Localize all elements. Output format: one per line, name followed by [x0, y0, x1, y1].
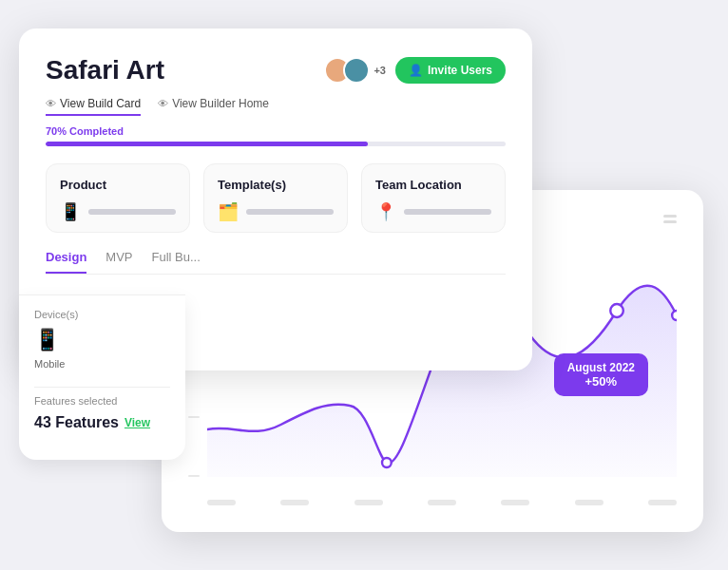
info-card-product-title: Product: [60, 178, 176, 192]
tooltip2-month: August 2022: [567, 361, 635, 374]
dot1: [663, 215, 677, 218]
chart-menu-dots[interactable]: [663, 213, 677, 223]
location-bar: [404, 209, 491, 215]
mobile-device-icon: 📱: [34, 328, 170, 352]
templates-bar: [246, 209, 334, 215]
nav-link1-label: View Build Card: [60, 97, 141, 110]
features-row: 43 Features View: [34, 414, 170, 431]
view-build-card-link[interactable]: 👁 View Build Card: [46, 97, 141, 116]
info-card-templates-row: 🗂️: [218, 201, 334, 222]
info-card-product-row: 📱: [60, 201, 176, 222]
tooltip2-value: +50%: [567, 374, 635, 389]
info-card-team-location: Team Location 📍: [361, 163, 506, 233]
avatar-count: +3: [374, 65, 386, 76]
tab-design[interactable]: Design: [46, 250, 86, 274]
info-card-location-title: Team Location: [375, 178, 491, 192]
avatar-2: [343, 57, 370, 84]
templates-icon: 🗂️: [218, 201, 239, 222]
features-view-link[interactable]: View: [125, 416, 150, 429]
info-cards-row: Product 📱 Template(s) 🗂️ Team Location 📍: [46, 163, 506, 233]
card-header: Safari Art +3 👤 Invite Users: [46, 55, 506, 86]
progress-bar-background: [46, 142, 506, 146]
device-label: Mobile: [34, 358, 65, 370]
progress-label: 70% Completed: [46, 125, 506, 137]
progress-section: 70% Completed: [46, 125, 506, 146]
nav-link2-label: View Builder Home: [172, 97, 269, 110]
view-builder-home-link[interactable]: 👁 View Builder Home: [158, 97, 269, 116]
avatar-group: +3: [324, 57, 386, 84]
invite-icon: 👤: [409, 64, 423, 77]
eye-icon-1: 👁: [46, 98, 56, 109]
features-section-title: Features selected: [34, 395, 170, 407]
progress-bar-fill: [46, 142, 368, 146]
tooltip-august-2022: August 2022 +50%: [554, 353, 648, 396]
features-count: 43 Features: [34, 414, 119, 431]
tabs-row: Design MVP Full Bu...: [46, 250, 506, 275]
devices-section-title: Device(s): [34, 309, 170, 320]
info-card-templates: Template(s) 🗂️: [203, 163, 348, 233]
svg-point-3: [672, 311, 677, 320]
features-section: Features selected 43 Features View: [34, 395, 170, 431]
app-title: Safari Art: [46, 55, 164, 86]
x-axis: [207, 500, 677, 505]
side-panel-divider: [34, 387, 170, 388]
product-icon: 📱: [60, 201, 81, 222]
eye-icon-2: 👁: [158, 98, 168, 109]
svg-point-0: [382, 458, 392, 467]
svg-point-2: [610, 304, 623, 317]
info-card-product: Product 📱: [46, 163, 190, 233]
location-icon: 📍: [375, 201, 396, 222]
header-actions: +3 👤 Invite Users: [324, 57, 506, 84]
tab-full-build[interactable]: Full Bu...: [152, 250, 201, 274]
nav-links: 👁 View Build Card 👁 View Builder Home: [46, 97, 506, 116]
devices-section: Device(s) 📱 Mobile: [34, 309, 170, 371]
info-card-templates-title: Template(s): [218, 178, 334, 192]
invite-users-button[interactable]: 👤 Invite Users: [395, 57, 506, 84]
product-bar: [88, 209, 176, 215]
tab-mvp[interactable]: MVP: [105, 250, 132, 274]
invite-label: Invite Users: [428, 64, 492, 77]
info-card-location-row: 📍: [375, 201, 491, 222]
dot2: [663, 220, 677, 223]
side-panel: Device(s) 📱 Mobile Features selected 43 …: [19, 294, 185, 460]
